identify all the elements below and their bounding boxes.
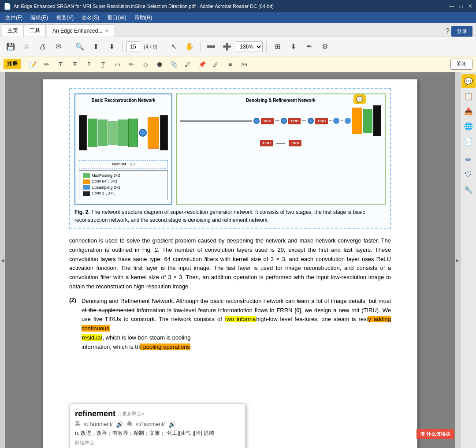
dict-pron-uk-label: 英 (75, 420, 80, 428)
pdf-area[interactable]: Basic Reconstruction Network (5, 72, 455, 448)
page-number-input[interactable] (126, 41, 140, 52)
toolbar-separator-1 (69, 41, 69, 52)
line-seg-1 (275, 120, 279, 121)
cursor-tool[interactable]: ↖ (167, 40, 181, 54)
sticky-note-btn[interactable]: 📝 (26, 58, 39, 71)
legend-maxpool-label: MaxPooling 2×2 (92, 173, 120, 178)
figure-inner: Basic Reconstruction Network (74, 93, 386, 205)
conv-blocks (88, 119, 138, 147)
menu-file[interactable]: 文件(F) (2, 13, 26, 22)
dict-star-icon[interactable]: ☆ (117, 411, 122, 417)
page-total: (4 / 9) (142, 44, 159, 50)
more-tools-btn[interactable]: ⚙ (318, 40, 332, 54)
sidebar-highlight-btn[interactable]: ✏ (461, 153, 476, 167)
attach-btn[interactable]: 📎 (167, 58, 180, 71)
line-seg-2 (302, 120, 306, 121)
zoom-select[interactable]: 136% 100% 150% (236, 41, 263, 52)
annotation-bar: 注释 📝 ✏ T T T T̲ ▭ ✏ ◇ ⬟ 📎 🖋 📌 🖊 ≡ Aa 关闭 (0, 56, 476, 72)
eraser-btn[interactable]: ◇ (139, 58, 152, 71)
save-button[interactable]: 💾 (4, 40, 18, 54)
dict-header: refinement ☆ 更多释义» (75, 409, 240, 418)
zoom-in-btn[interactable]: ➕ (220, 40, 234, 54)
pin-btn[interactable]: 📌 (196, 58, 208, 71)
minimize-button[interactable]: — (449, 3, 454, 9)
dict-more-link[interactable]: 更多释义» (122, 411, 144, 417)
list-item-2-content: Denoising and Refinement Network. Althou… (82, 297, 391, 352)
font-size-btn[interactable]: Aa (238, 58, 250, 71)
tab-tools[interactable]: 工具 (24, 24, 46, 37)
sidebar-translate-btn[interactable]: 🌐 (461, 119, 476, 133)
print-button[interactable]: 🖨 (35, 40, 49, 54)
highlight-pooling-operations: l pooling operations (140, 343, 190, 350)
conv-5 (128, 119, 138, 147)
stamp-btn[interactable]: 🖋 (182, 58, 194, 71)
menu-edit[interactable]: 编辑(E) (27, 13, 52, 22)
close-button[interactable]: ✕ (468, 3, 472, 9)
dict-definition: n. 改进，改善；有教养；精制；文雅；[化工][油气 ][冶] 提纯 (75, 429, 240, 437)
sidebar-edit-btn[interactable]: 📋 (461, 89, 476, 103)
title-bar: 📄 An Edge Enhanced SRGAN for MRI Super R… (0, 0, 476, 12)
text-typewriter-btn[interactable]: T (83, 58, 95, 71)
tiru-2: TIRU (288, 118, 301, 124)
main-line (180, 120, 252, 122)
sign-btn[interactable]: ✒ (302, 40, 316, 54)
orange-block (148, 117, 159, 149)
prev-page-button[interactable]: ⬆ (89, 40, 103, 54)
zoom-out-btn[interactable]: ➖ (204, 40, 218, 54)
download-btn[interactable]: ⬇ (286, 40, 300, 54)
sidebar-scan-btn[interactable]: 📥 (461, 104, 476, 118)
circle-3 (308, 118, 314, 124)
highlight-pen-btn[interactable]: ✏ (41, 58, 53, 71)
legend-conv1-color (83, 179, 90, 184)
figure-2-container: Basic Reconstruction Network (69, 88, 391, 229)
toolbar-separator-3 (163, 41, 163, 52)
email-button[interactable]: ✉ (51, 40, 65, 54)
figure-caption: Fig. 2. The network structure diagram of… (74, 208, 386, 224)
shapes-btn[interactable]: ⬟ (153, 58, 166, 71)
line-seg-3 (329, 120, 332, 121)
maximize-button[interactable]: □ (460, 3, 463, 9)
dict-sound-uk[interactable]: 🔊 (116, 421, 123, 428)
pencil-btn[interactable]: ✏ (125, 58, 138, 71)
login-button[interactable]: 登录 (451, 26, 472, 37)
view-mode-btn[interactable]: ⊞ (270, 40, 284, 54)
sidebar-shield-btn[interactable]: 🛡 (461, 168, 476, 182)
legend-maxpool: MaxPooling 2×2 (83, 173, 164, 178)
annotation-label: 注释 (4, 59, 21, 69)
tab-bar-right: ? 登录 (446, 26, 476, 37)
toolbar: 💾 ☆ 🖨 ✉ 🔍 ⬆ ⬇ (4 / 9) ↖ ✋ ➖ ➕ 136% 100% … (0, 37, 476, 56)
zoom-out-button[interactable]: 🔍 (73, 40, 87, 54)
conv-1 (88, 119, 97, 147)
tab-home[interactable]: 主页 (2, 24, 24, 37)
tab-close-icon[interactable]: ✕ (105, 28, 108, 33)
sidebar-pdf-btn[interactable]: 📄 (461, 134, 476, 148)
output-blocks (352, 105, 381, 136)
tiru-5: TIRU (289, 140, 301, 146)
text-callout-btn[interactable]: T̲ (97, 58, 109, 71)
menu-window[interactable]: 窗口(W) (104, 13, 130, 22)
annotation-close-button[interactable]: 关闭 (450, 59, 472, 70)
text-box-btn[interactable]: ▭ (111, 58, 123, 71)
menu-help[interactable]: 帮助(H) (131, 13, 156, 22)
menu-view[interactable]: 视图(V) (52, 13, 77, 22)
right-panel-toggle[interactable]: ▶ (455, 72, 460, 448)
sidebar-comment-btn[interactable]: 💬 (461, 74, 476, 88)
number-label: Number：20 (79, 160, 168, 168)
tab-document[interactable]: An Edge Enhanced... ✕ (47, 24, 114, 37)
text-strikeout-btn[interactable]: T (69, 58, 81, 71)
bookmark-add-button[interactable]: ☆ (19, 40, 33, 54)
dictionary-popup: refinement ☆ 更多释义» 英 /rɪˈfaɪnmənt/ 🔊 美 /… (69, 403, 245, 448)
text-tool-btn[interactable]: T (55, 58, 67, 71)
tab-bar: 主页 工具 An Edge Enhanced... ✕ ? 登录 (0, 23, 476, 37)
lines-btn[interactable]: ≡ (224, 58, 236, 71)
sidebar-tools-btn[interactable]: 🔧 (461, 183, 476, 197)
left-panel-toggle[interactable]: ◀ (0, 72, 5, 448)
dict-sound-us[interactable]: 🔊 (168, 421, 176, 428)
highlight-remove-btn[interactable]: 🖊 (210, 58, 222, 71)
help-icon[interactable]: ? (446, 27, 450, 35)
menu-sign[interactable]: 签名(S) (78, 13, 103, 22)
hand-tool[interactable]: ✋ (182, 40, 197, 54)
basic-network-diagram (79, 106, 168, 159)
right-toggle-icon: ▶ (456, 258, 459, 263)
next-page-button[interactable]: ⬇ (104, 40, 119, 54)
